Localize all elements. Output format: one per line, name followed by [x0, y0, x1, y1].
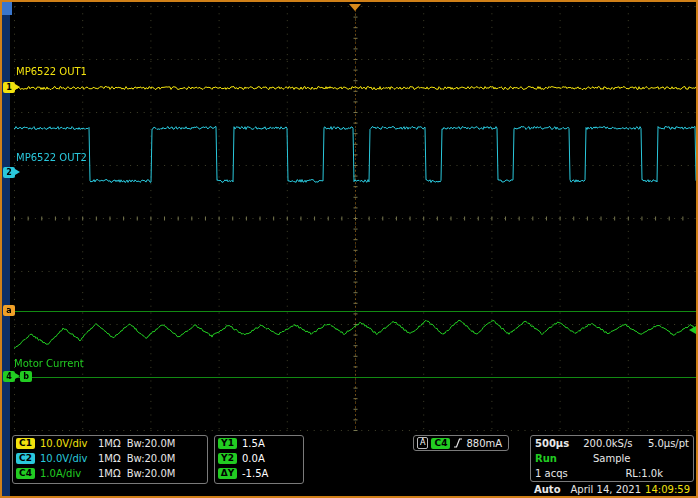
timebase-scale: 500µs [535, 438, 569, 449]
channel-row-c2[interactable]: C2 10.0V/div 1MΩ Bw:20.0M [13, 451, 207, 466]
time-label: 14:09:59 [645, 484, 690, 495]
marker-ch4-label: 4 [6, 373, 12, 381]
c2-bandwidth: Bw:20.0M [127, 453, 176, 464]
marker-ch2[interactable]: 2 [3, 167, 15, 178]
marker-cursor-b-label: b [23, 373, 29, 381]
channel-row-c4[interactable]: C4 1.0A/div 1MΩ Bw:20.0M [13, 466, 207, 481]
channel-row-c1[interactable]: C1 10.0V/div 1MΩ Bw:20.0M [13, 436, 207, 451]
y1-value: 1.5A [242, 438, 265, 449]
c4-impedance: 1MΩ [98, 468, 121, 479]
cursor-readout-box: Y1 1.5A Y2 0.0A ΔY -1.5A [214, 435, 304, 484]
trigger-level-value: 880mA [466, 438, 502, 449]
acquisition-mode: Sample [593, 453, 631, 464]
horizontal-acquisition-badge[interactable]: 500µs 200.0kS/s 5.0µs/pt Run Sample 1 ac… [530, 435, 694, 482]
run-state: Run [535, 453, 557, 464]
c4-badge[interactable]: C4 [16, 468, 35, 479]
y2-badge[interactable]: Y2 [218, 453, 237, 464]
status-bar: C1 10.0V/div 1MΩ Bw:20.0M C2 10.0V/div 1… [10, 434, 696, 496]
oscilloscope-screen: MP6522 OUT1 MP6522 OUT2 Motor Current 1 … [0, 0, 698, 498]
c4-bandwidth: Bw:20.0M [127, 468, 176, 479]
record-length: RL:1.0k [625, 468, 663, 479]
trigger-badge[interactable]: A C4 880mA [413, 435, 509, 451]
c2-impedance: 1MΩ [98, 453, 121, 464]
waveform-canvas[interactable] [10, 2, 698, 434]
marker-cursor-a[interactable]: a [3, 305, 15, 316]
y1-badge[interactable]: Y1 [218, 438, 237, 449]
trigger-mode-label: Auto [534, 484, 561, 495]
trigger-level-icon[interactable] [689, 326, 696, 334]
marker-cursor-a-label: a [6, 307, 11, 315]
left-rail-button[interactable] [2, 2, 12, 15]
sample-rate: 200.0kS/s [583, 438, 632, 449]
c4-scale: 1.0A/div [40, 468, 98, 479]
c2-scale: 10.0V/div [40, 453, 98, 464]
channel-settings-box: C1 10.0V/div 1MΩ Bw:20.0M C2 10.0V/div 1… [12, 435, 208, 484]
trigger-a-badge: A [417, 437, 428, 449]
trigger-position-icon[interactable] [349, 4, 361, 11]
timebase-row: 500µs 200.0kS/s 5.0µs/pt [531, 436, 693, 451]
acquisition-state-row: Run Sample [531, 451, 693, 466]
date-label: April 14, 2021 [571, 484, 642, 495]
right-arrow-icon [15, 169, 20, 175]
sample-resolution: 5.0µs/pt [648, 438, 689, 449]
ch2-trace-label: MP6522 OUT2 [16, 152, 87, 163]
datetime-row: Auto April 14, 2021 14:09:59 [530, 483, 694, 495]
c1-scale: 10.0V/div [40, 438, 98, 449]
acquisition-count-row: 1 acqs RL:1.0k [531, 466, 693, 481]
delta-y-badge[interactable]: ΔY [218, 468, 237, 479]
delta-y-value: -1.5A [242, 468, 268, 479]
acquisition-count: 1 acqs [535, 468, 568, 479]
c1-bandwidth: Bw:20.0M [127, 438, 176, 449]
ch4-trace-label: Motor Current [14, 358, 84, 369]
marker-ch4[interactable]: 4 [3, 371, 15, 382]
trigger-source-badge: C4 [431, 438, 450, 449]
marker-ch1[interactable]: 1 [3, 82, 15, 93]
cursor-row-y1[interactable]: Y1 1.5A [215, 436, 303, 451]
left-rail [2, 2, 10, 496]
c2-badge[interactable]: C2 [16, 453, 35, 464]
cursor-row-y2[interactable]: Y2 0.0A [215, 451, 303, 466]
ch1-trace-label: MP6522 OUT1 [16, 66, 87, 77]
c1-impedance: 1MΩ [98, 438, 121, 449]
c1-badge[interactable]: C1 [16, 438, 35, 449]
marker-ch2-label: 2 [6, 169, 12, 177]
y2-value: 0.0A [242, 453, 265, 464]
marker-ch1-label: 1 [6, 84, 12, 92]
rising-edge-icon [453, 437, 463, 449]
cursor-row-dy[interactable]: ΔY -1.5A [215, 466, 303, 481]
right-arrow-icon [15, 84, 20, 90]
marker-cursor-b[interactable]: b [20, 371, 32, 382]
